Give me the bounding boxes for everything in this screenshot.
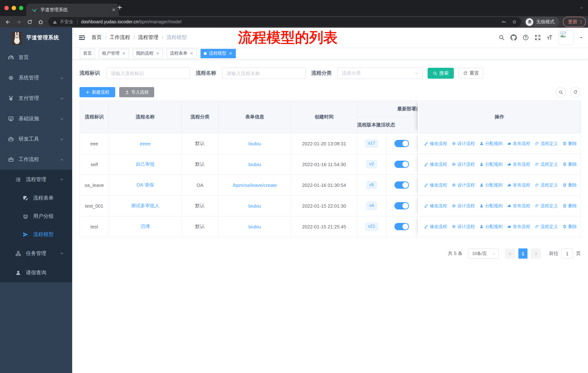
sidebar-item-workflow[interactable]: 工作流程 [0,149,72,170]
sidebar-item-home[interactable]: 首页 [0,47,72,68]
address-bar[interactable]: 不安全 dashboard.yudao.iocoder.cn /bpm/mana… [48,17,521,27]
action-definition-link[interactable]: 流程定义 [535,141,558,147]
sidebar-item-user-group[interactable]: 用户分组 [0,207,72,225]
close-tab-icon[interactable] [229,51,232,55]
action-modify-link[interactable]: 修改流程 [424,161,447,167]
form-info-link[interactable]: biubiu [248,141,261,146]
action-design-link[interactable]: 设计流程 [452,182,475,188]
bookmark-star-icon[interactable] [512,19,517,24]
tab-tenant[interactable]: 租户管理 [99,49,129,58]
action-definition-link[interactable]: 流程定义 [535,203,558,209]
action-delete-link[interactable]: 删除 [562,203,577,209]
version-badge[interactable]: v17 [365,140,378,147]
action-assign-link[interactable]: 分配规则 [479,141,503,147]
action-modify-link[interactable]: 修改流程 [424,141,447,147]
form-info-link[interactable]: /bpm/oa/leave/create [232,182,277,188]
action-delete-link[interactable]: 删除 [562,161,577,167]
active-toggle[interactable] [394,140,409,147]
reset-button[interactable]: 重置 [459,68,483,79]
action-design-link[interactable]: 设计流程 [452,161,475,167]
action-publish-link[interactable]: 发布流程 [507,141,530,147]
version-badge[interactable]: v2 [366,161,377,168]
close-tab-icon[interactable] [122,51,126,55]
action-modify-link[interactable]: 修改流程 [424,182,447,188]
action-publish-link[interactable]: 发布流程 [507,203,530,209]
close-tab-icon[interactable] [189,51,194,55]
version-badge[interactable]: v21 [365,223,378,230]
breadcrumb-item[interactable]: 首页 [92,34,102,41]
active-toggle[interactable] [394,202,409,210]
next-page-button[interactable] [531,248,541,259]
action-publish-link[interactable]: 发布流程 [507,223,530,230]
sidebar-item-task-manage[interactable]: 任务管理 [0,244,72,263]
home-button[interactable] [35,17,46,27]
active-toggle[interactable] [394,223,409,230]
action-delete-link[interactable]: 删除 [562,141,577,147]
sidebar-item-devtools[interactable]: 研发工具 [0,129,72,149]
tab-my-process[interactable]: 我的流程 [133,49,163,58]
tab-strip-chevron-down-icon[interactable] [580,6,584,10]
import-process-button[interactable]: 导入流程 [119,87,154,97]
sidebar-item-system[interactable]: 系统管理 [0,68,72,88]
tab-home[interactable]: 首页 [80,49,95,58]
action-assign-link[interactable]: 分配规则 [479,161,503,167]
process-name-link[interactable]: eeee [140,141,151,146]
prev-page-button[interactable] [505,248,515,259]
close-tab-icon[interactable] [112,8,116,12]
process-category-select[interactable]: 流程分类 [337,67,423,79]
action-definition-link[interactable]: 流程定义 [535,223,558,230]
action-delete-link[interactable]: 删除 [562,223,577,230]
password-key-icon[interactable] [501,19,506,24]
process-name-input[interactable] [222,67,306,79]
action-assign-link[interactable]: 分配规则 [479,182,503,188]
process-key-input[interactable] [106,67,190,79]
minimize-window-button[interactable] [12,6,16,10]
breadcrumb-item[interactable]: 工作流程 [110,34,130,41]
action-design-link[interactable]: 设计流程 [452,141,475,147]
header-search-icon[interactable] [498,34,505,41]
sidebar-item-process-manage[interactable]: 流程管理 [0,170,72,189]
browser-update-button[interactable]: 更新 [563,17,586,27]
action-definition-link[interactable]: 流程定义 [535,182,558,188]
action-modify-link[interactable]: 修改流程 [424,223,447,230]
fullscreen-icon[interactable] [535,34,541,41]
sidebar-item-payment[interactable]: 支付管理 [0,88,72,109]
back-button[interactable] [2,17,13,27]
zoom-window-button[interactable] [19,6,23,10]
font-size-icon[interactable] [546,34,553,41]
form-info-link[interactable]: biubiu [248,224,261,229]
current-page-button[interactable]: 1 [518,248,527,259]
page-size-select[interactable]: 10条/页 [468,248,499,259]
sidebar-logo[interactable]: 芋道管理系统 [0,28,72,47]
new-tab-button[interactable] [117,4,123,10]
tab-process-form[interactable]: 流程表单 [167,49,197,58]
action-design-link[interactable]: 设计流程 [452,223,475,230]
action-assign-link[interactable]: 分配规则 [479,223,503,230]
action-assign-link[interactable]: 分配规则 [479,203,503,209]
tab-process-model[interactable]: 流程模型 [200,49,236,58]
sidebar-item-process-form[interactable]: 流程表单 [0,189,72,207]
action-publish-link[interactable]: 发布流程 [507,182,530,188]
form-info-link[interactable]: biubiu [248,203,261,209]
create-process-button[interactable]: 新建流程 [79,87,115,97]
version-badge[interactable]: v4 [366,202,377,210]
action-delete-link[interactable]: 删除 [562,182,577,188]
active-toggle[interactable] [394,181,409,189]
process-name-link[interactable]: OA 请假 [136,182,154,188]
show-search-toggle-button[interactable] [556,87,566,97]
close-window-button[interactable] [4,6,9,10]
goto-page-input[interactable] [561,248,573,259]
close-tab-icon[interactable] [156,51,160,55]
sidebar-collapse-button[interactable] [78,34,85,41]
search-button[interactable]: 搜索 [428,68,454,79]
sidebar-item-process-model[interactable]: 流程模型 [0,225,72,244]
github-icon[interactable] [510,34,517,41]
help-icon[interactable] [522,34,529,41]
user-menu-caret-icon[interactable] [579,36,583,40]
action-definition-link[interactable]: 流程定义 [535,161,558,167]
browser-menu-dots-icon[interactable] [578,19,584,24]
action-design-link[interactable]: 设计流程 [452,203,475,209]
process-name-link[interactable]: 自己审批 [136,161,155,168]
refresh-table-button[interactable] [570,87,580,97]
forward-button[interactable] [13,17,24,27]
